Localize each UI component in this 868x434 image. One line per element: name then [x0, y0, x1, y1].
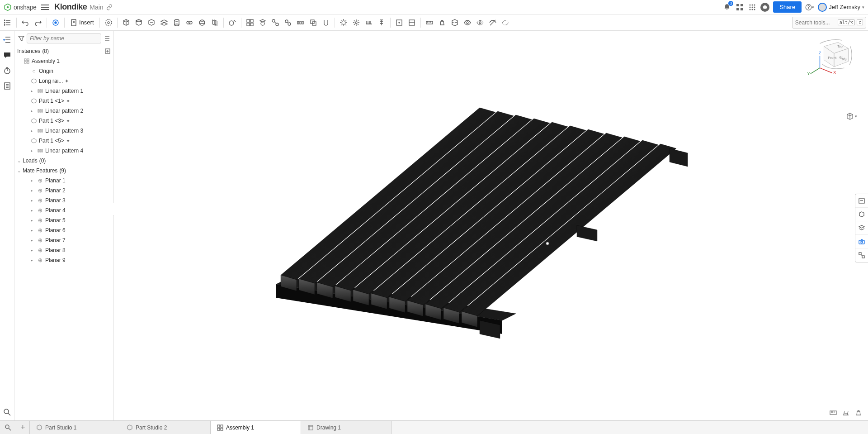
search-document-button[interactable]	[2, 407, 13, 418]
tree-item-part[interactable]: Long rai... ✦	[14, 76, 113, 86]
app-switcher-button[interactable]	[735, 3, 744, 12]
isolate-button[interactable]	[474, 17, 486, 29]
chevron-right-icon[interactable]: ▸	[31, 208, 35, 213]
chevron-right-icon[interactable]: ▸	[31, 188, 35, 193]
search-tools[interactable]: alt/⌥ c	[792, 17, 866, 29]
snap-button[interactable]	[320, 17, 332, 29]
fastened-mate-button[interactable]	[120, 17, 132, 29]
tree-item-part[interactable]: Part 1 <1> ✦	[14, 96, 113, 106]
tree-item-pattern[interactable]: ▸ Linear pattern 1	[14, 86, 113, 96]
display-state-button[interactable]	[406, 17, 418, 29]
tree-item-mate[interactable]: ▸⊕Planar 2	[14, 186, 113, 196]
copy-link-button[interactable]	[106, 4, 113, 10]
chevron-right-icon[interactable]: ▸	[31, 258, 35, 262]
chevron-right-icon[interactable]: ▸	[31, 148, 35, 153]
hide-all-button[interactable]	[487, 17, 499, 29]
chevron-right-icon[interactable]: ▸	[31, 89, 35, 93]
user-menu[interactable]: Jeff Zemsky ▾	[818, 3, 864, 12]
tab-part-studio-1[interactable]: Part Studio 1	[30, 421, 120, 434]
filter-input[interactable]	[27, 33, 101, 43]
tree-item-mate[interactable]: ▸⊕Planar 9	[14, 255, 113, 265]
tree-item-pattern[interactable]: ▸ Linear pattern 2	[14, 106, 113, 116]
loads-section[interactable]: ⌄ Loads (0)	[14, 156, 113, 166]
group-button[interactable]	[244, 17, 256, 29]
notifications-button[interactable]: 3	[722, 3, 731, 12]
tree-item-mate[interactable]: ▸⊕Planar 6	[14, 225, 113, 235]
mate-features-section[interactable]: ⌄ Mate Features (9)	[14, 166, 113, 176]
slider-mate-button[interactable]	[146, 17, 157, 29]
redo-button[interactable]	[32, 17, 44, 29]
camera-button[interactable]	[855, 235, 868, 248]
add-feature-button[interactable]	[2, 34, 13, 45]
pin-slot-mate-button[interactable]	[184, 17, 195, 29]
gear-relation-button[interactable]	[282, 17, 294, 29]
point-button[interactable]	[50, 17, 61, 29]
menu-button[interactable]	[40, 2, 51, 13]
relation-button[interactable]	[269, 17, 281, 29]
chevron-right-icon[interactable]: ▸	[31, 228, 35, 233]
make-transparent-button[interactable]	[500, 17, 511, 29]
bom-button[interactable]	[2, 81, 13, 91]
render-mode-button[interactable]	[855, 208, 868, 221]
replicate-button[interactable]	[307, 17, 319, 29]
insert-button[interactable]: Insert	[67, 17, 97, 29]
undo-button[interactable]	[19, 17, 31, 29]
feature-list-toggle[interactable]	[2, 17, 14, 29]
apps-button[interactable]	[748, 3, 757, 12]
timer-button[interactable]	[2, 65, 13, 76]
tree-item-mate[interactable]: ▸⊕Planar 8	[14, 245, 113, 255]
tree-item-assembly[interactable]: Assembly 1	[14, 56, 113, 66]
tab-drawing-1[interactable]: Drawing 1	[301, 421, 392, 434]
named-position-button[interactable]	[393, 17, 405, 29]
view-cube[interactable]: Front Top Right Z X Y	[803, 36, 857, 77]
mate-connector-button[interactable]	[257, 17, 269, 29]
document-title[interactable]: Klondike	[54, 2, 87, 12]
mass-props-button[interactable]	[436, 17, 448, 29]
tree-item-pattern[interactable]: ▸ Linear pattern 3	[14, 126, 113, 136]
exploded-view-button[interactable]	[350, 17, 362, 29]
add-instance-icon[interactable]	[104, 48, 111, 54]
filter-button[interactable]	[17, 34, 25, 43]
search-input[interactable]	[795, 19, 836, 26]
constraints-button[interactable]	[855, 248, 868, 262]
viewport[interactable]: Front Top Right Z X Y ▾	[114, 31, 868, 420]
revolve-mate-button[interactable]	[103, 17, 114, 29]
mass-bottom-icon[interactable]	[854, 409, 863, 417]
share-button[interactable]: Share	[773, 1, 802, 13]
tangent-mate-button[interactable]	[226, 17, 238, 29]
section-view-button[interactable]	[449, 17, 461, 29]
display-mode-button[interactable]: ▾	[846, 112, 857, 120]
revolute-mate-button[interactable]	[133, 17, 145, 29]
comments-button[interactable]	[2, 50, 13, 61]
screw-button[interactable]	[376, 17, 387, 29]
planar-mate-button[interactable]	[158, 17, 170, 29]
chevron-right-icon[interactable]: ▸	[31, 178, 35, 183]
tree-item-part[interactable]: Part 1 <3> ✦	[14, 116, 113, 126]
tree-item-mate[interactable]: ▸⊕Planar 3	[14, 196, 113, 205]
hide-show-button[interactable]	[855, 221, 868, 235]
linear-pattern-button[interactable]	[295, 17, 307, 29]
logo[interactable]: onshape	[4, 3, 36, 11]
selection-filter-button[interactable]	[855, 194, 868, 208]
chevron-right-icon[interactable]: ▸	[31, 238, 35, 243]
tree-item-mate[interactable]: ▸⊕Planar 1	[14, 176, 113, 186]
chevron-right-icon[interactable]: ▸	[31, 129, 35, 133]
show-hide-button[interactable]	[462, 17, 473, 29]
tree-item-pattern[interactable]: ▸ Linear pattern 4	[14, 146, 113, 156]
help-button[interactable]: ▾	[805, 3, 814, 12]
tree-settings-button[interactable]	[103, 34, 111, 43]
tab-part-studio-2[interactable]: Part Studio 2	[120, 421, 211, 434]
precision-icon[interactable]	[842, 409, 850, 417]
chevron-right-icon[interactable]: ▸	[31, 198, 35, 203]
tree-item-origin[interactable]: ○ Origin	[14, 66, 113, 76]
instances-section[interactable]: Instances (8)	[14, 46, 113, 56]
tree-item-mate[interactable]: ▸⊕Planar 7	[14, 235, 113, 245]
measure-button[interactable]	[424, 17, 435, 29]
tab-assembly-1[interactable]: Assembly 1	[211, 421, 301, 434]
ball-mate-button[interactable]	[196, 17, 208, 29]
learning-button[interactable]	[760, 3, 769, 12]
rack-button[interactable]	[363, 17, 375, 29]
cylindrical-mate-button[interactable]	[171, 17, 183, 29]
units-icon[interactable]	[829, 409, 837, 417]
chevron-right-icon[interactable]: ▸	[31, 109, 35, 113]
